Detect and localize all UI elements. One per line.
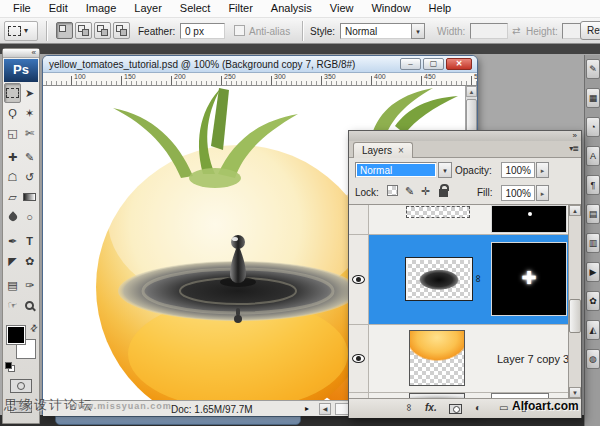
tool-path-selection[interactable]: ◤	[4, 251, 21, 271]
tool-lasso[interactable]: Ϙ	[4, 103, 21, 123]
tool-brush[interactable]: ✎	[21, 147, 38, 167]
new-group-icon[interactable]: ▭	[499, 402, 508, 413]
layer-thumbnail[interactable]	[409, 330, 465, 386]
tool-shape[interactable]: ✿	[21, 251, 38, 271]
tool-type[interactable]: T	[21, 231, 38, 251]
blend-mode-dropdown-icon[interactable]: ▾	[438, 162, 452, 178]
toolbar-collapse-button[interactable]: «	[3, 49, 39, 58]
layer-row-selected[interactable]: ∞ ✚	[349, 235, 581, 325]
refine-edge-button[interactable]: Refine Edge	[580, 21, 600, 40]
layer-thumbnail[interactable]	[406, 206, 470, 218]
menu-edit[interactable]: Edit	[40, 0, 77, 17]
panel-menu-icon[interactable]: ▾≣	[569, 144, 578, 153]
document-titlebar[interactable]: yellow_tomatoes_tutorial.psd @ 100% (Bac…	[43, 56, 477, 73]
panel-collapse-button[interactable]: »	[349, 131, 581, 141]
blend-mode-select[interactable]: Normal	[355, 162, 437, 178]
dock-character-icon[interactable]: A	[586, 146, 600, 166]
width-input[interactable]	[470, 23, 508, 39]
dock-brushes-icon[interactable]: ✎	[586, 59, 600, 79]
feather-input[interactable]: 0 px	[180, 23, 225, 39]
lock-position-icon[interactable]: ✛	[421, 185, 430, 198]
status-menu-icon[interactable]: ▸	[305, 404, 309, 413]
menu-file[interactable]: File	[4, 0, 40, 17]
visibility-cell[interactable]	[349, 205, 369, 234]
minimize-button[interactable]: –	[400, 58, 421, 70]
scroll-up-icon[interactable]: ▲	[466, 86, 477, 97]
lock-paint-icon[interactable]: ✎	[405, 185, 414, 198]
layer-thumbnail[interactable]	[406, 258, 472, 300]
layer-style-icon[interactable]: fx.	[425, 402, 437, 413]
tool-slice[interactable]: ✄	[21, 123, 38, 143]
tool-crop[interactable]: ◱	[4, 123, 21, 143]
tool-pen[interactable]: ✒	[4, 231, 21, 251]
tool-notes[interactable]: ▤	[4, 275, 21, 295]
style-select[interactable]: Normal	[340, 23, 412, 39]
fill-spinner-icon[interactable]: ▸	[536, 185, 549, 201]
layer-mask-thumbnail[interactable]: ✚	[491, 242, 567, 316]
tool-eyedropper[interactable]: ✑	[21, 275, 38, 295]
menu-select[interactable]: Select	[171, 0, 220, 17]
layer-row-partial-top[interactable]	[349, 205, 581, 235]
layer-mask-thumbnail[interactable]	[491, 205, 567, 233]
horizontal-ruler[interactable]: 100 150 200 250 300 350 400 450 500	[43, 73, 477, 86]
add-mask-icon[interactable]	[449, 404, 462, 414]
lock-transparency-icon[interactable]	[387, 185, 398, 196]
link-layers-icon[interactable]: ∞	[404, 404, 415, 411]
anti-alias-checkbox[interactable]	[234, 25, 245, 36]
dock-styles-icon[interactable]: ◔	[586, 117, 600, 137]
dock-channels-icon[interactable]: ▥	[586, 233, 600, 253]
swap-dimensions-icon[interactable]: ⇄	[512, 25, 520, 36]
tool-healing-brush[interactable]: ✚	[4, 147, 21, 167]
layers-scrollbar[interactable]: ▲ ▼	[568, 205, 581, 398]
tool-hand[interactable]: ☞	[4, 295, 21, 315]
selection-mode-intersect-button[interactable]	[113, 22, 130, 39]
tab-close-icon[interactable]: ×	[398, 145, 404, 156]
scroll-left-icon[interactable]: ◀	[319, 403, 331, 415]
dock-histogram-icon[interactable]: ◭	[586, 320, 600, 340]
close-button[interactable]: ✕	[446, 58, 472, 70]
maximize-button[interactable]: ▢	[423, 58, 444, 70]
dock-actions-icon[interactable]: ▶	[586, 262, 600, 282]
tool-rectangular-marquee[interactable]	[4, 83, 21, 103]
menu-help[interactable]: Help	[420, 0, 461, 17]
opacity-spinner-icon[interactable]: ▸	[536, 162, 549, 178]
tool-gradient[interactable]	[21, 187, 38, 207]
tool-magic-wand[interactable]: ✶	[21, 103, 38, 123]
menu-view[interactable]: View	[321, 0, 363, 17]
quick-mask-button[interactable]	[10, 379, 32, 393]
dock-paragraph-icon[interactable]: ¶	[586, 175, 600, 195]
selection-mode-new-button[interactable]	[56, 22, 73, 39]
layer-name[interactable]: Layer 7 copy 3	[497, 353, 569, 365]
visibility-cell[interactable]	[349, 235, 369, 324]
scroll-down-icon[interactable]: ▼	[569, 387, 581, 398]
tool-eraser[interactable]: ▱	[4, 187, 21, 207]
tool-dodge[interactable]: ○	[21, 207, 38, 227]
tool-move[interactable]: ➤	[21, 83, 38, 103]
foreground-color-swatch[interactable]	[6, 325, 26, 345]
eye-icon[interactable]	[352, 275, 365, 284]
dock-shapes-icon[interactable]: ✿	[586, 291, 600, 311]
eye-icon[interactable]	[352, 354, 365, 363]
dock-layer-comps-icon[interactable]: ▤	[586, 204, 600, 224]
opacity-input[interactable]: 100%	[501, 162, 535, 178]
tool-blur[interactable]	[4, 207, 21, 227]
swap-colors-icon[interactable]: ⇄	[28, 322, 40, 334]
tool-history-brush[interactable]: ↺	[21, 167, 38, 187]
menu-filter[interactable]: Filter	[219, 0, 261, 17]
tab-layers[interactable]: Layers×	[353, 142, 413, 158]
tool-zoom[interactable]	[21, 295, 38, 315]
dock-navigator-icon[interactable]: ◍	[586, 349, 600, 369]
dock-swatches-icon[interactable]: ▦	[586, 88, 600, 108]
scrollbar-thumb[interactable]	[569, 299, 581, 333]
selection-mode-subtract-button[interactable]	[94, 22, 111, 39]
scroll-up-icon[interactable]: ▲	[569, 205, 581, 216]
fill-input[interactable]: 100%	[501, 185, 535, 201]
menu-image[interactable]: Image	[77, 0, 126, 17]
menu-window[interactable]: Window	[362, 0, 419, 17]
selection-mode-add-button[interactable]	[75, 22, 92, 39]
visibility-cell[interactable]	[349, 325, 369, 392]
layer-row[interactable]: Layer 7 copy 3	[349, 325, 581, 393]
adjustment-layer-icon[interactable]: ◐	[475, 402, 481, 413]
tool-clone-stamp[interactable]: ☖	[4, 167, 21, 187]
lock-all-icon[interactable]	[439, 189, 448, 197]
